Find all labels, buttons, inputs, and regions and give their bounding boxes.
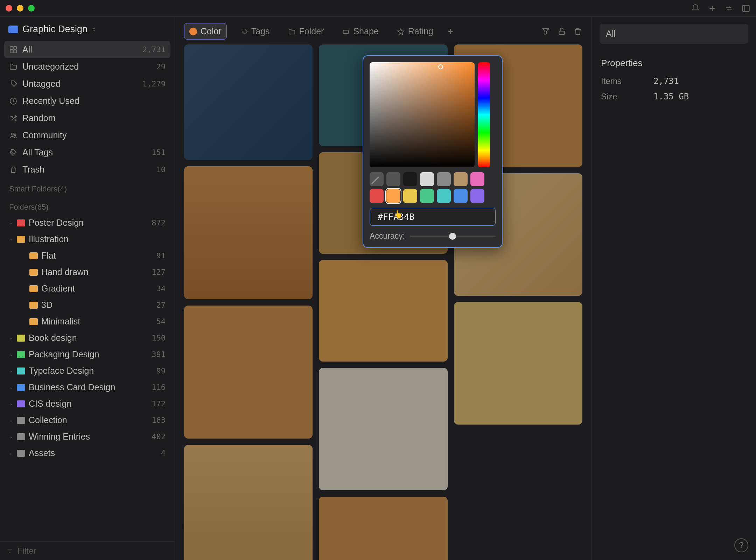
folder-winning-entries[interactable]: Winning Entries402 bbox=[4, 428, 170, 445]
folder-packaging-design[interactable]: Packaging Design391 bbox=[4, 346, 170, 363]
color-swatch[interactable] bbox=[437, 189, 451, 203]
folder-3d[interactable]: 3D27 bbox=[4, 297, 170, 313]
chevron-right-icon[interactable] bbox=[9, 418, 13, 422]
color-swatch[interactable] bbox=[454, 189, 468, 203]
image-thumbnail[interactable] bbox=[319, 497, 447, 560]
image-thumbnail[interactable] bbox=[184, 445, 313, 560]
notifications-icon[interactable] bbox=[691, 4, 700, 13]
image-thumbnail[interactable] bbox=[319, 368, 447, 490]
filter-tab-rating[interactable]: Rating bbox=[392, 23, 438, 39]
folder-assets[interactable]: Assets4 bbox=[4, 445, 170, 461]
color-swatch[interactable] bbox=[370, 172, 384, 186]
color-swatch[interactable] bbox=[420, 189, 434, 203]
image-thumbnail[interactable] bbox=[319, 260, 447, 362]
image-thumbnail[interactable] bbox=[184, 306, 313, 439]
chevron-right-icon[interactable] bbox=[9, 385, 13, 390]
filter-tab-tags[interactable]: Tags bbox=[235, 23, 275, 39]
color-swatch[interactable] bbox=[470, 189, 484, 203]
folder-color-icon bbox=[17, 384, 25, 391]
folder-color-icon bbox=[29, 302, 38, 309]
sidebar-toggle-icon[interactable] bbox=[741, 4, 750, 13]
saturation-cursor[interactable] bbox=[438, 64, 443, 69]
saturation-picker[interactable] bbox=[370, 62, 475, 167]
chevron-down-icon[interactable] bbox=[9, 237, 13, 241]
sidebar: Graphic Design All2,731Uncategorized29Un… bbox=[0, 0, 175, 560]
color-swatch-icon bbox=[189, 28, 197, 35]
save-filter-icon[interactable] bbox=[541, 27, 550, 36]
color-swatch[interactable] bbox=[386, 189, 400, 203]
color-swatch[interactable] bbox=[370, 189, 384, 203]
svg-rect-0 bbox=[742, 5, 749, 11]
folder-label: Hand drawn bbox=[41, 267, 148, 277]
chevron-right-icon[interactable] bbox=[9, 402, 13, 406]
filter-tab-shape[interactable]: Shape bbox=[337, 23, 383, 39]
filter-tab-folder[interactable]: Folder bbox=[283, 23, 329, 39]
hex-input-row bbox=[370, 208, 496, 226]
sidebar-item-community[interactable]: Community bbox=[4, 127, 170, 144]
shape-icon bbox=[342, 28, 350, 35]
sidebar-item-count: 10 bbox=[156, 165, 166, 174]
sidebar-item-label: Trash bbox=[22, 164, 152, 175]
sidebar-item-random[interactable]: Random bbox=[4, 110, 170, 127]
sidebar-item-trash[interactable]: Trash10 bbox=[4, 161, 170, 178]
chevron-right-icon[interactable] bbox=[9, 451, 13, 455]
image-thumbnail[interactable] bbox=[454, 302, 582, 425]
accuracy-slider[interactable] bbox=[410, 236, 496, 237]
minimize-window-button[interactable] bbox=[17, 5, 23, 12]
folder-collection[interactable]: Collection163 bbox=[4, 412, 170, 428]
folder-business-card-design[interactable]: Business Card Design116 bbox=[4, 379, 170, 396]
filter-tab-color[interactable]: Color bbox=[184, 23, 227, 40]
color-swatch[interactable] bbox=[403, 189, 417, 203]
hex-input[interactable] bbox=[378, 212, 489, 222]
sidebar-filter-input[interactable] bbox=[18, 546, 168, 556]
folder-count: 127 bbox=[152, 268, 166, 276]
library-selector[interactable]: Graphic Design bbox=[0, 17, 175, 40]
trash-icon[interactable] bbox=[573, 27, 582, 36]
color-swatch[interactable] bbox=[403, 172, 417, 186]
folder-poster-design[interactable]: Poster Design872 bbox=[4, 215, 170, 231]
image-thumbnail[interactable] bbox=[184, 44, 313, 160]
hue-slider[interactable] bbox=[478, 62, 490, 167]
add-icon[interactable] bbox=[708, 4, 717, 13]
folder-hand-drawn[interactable]: Hand drawn127 bbox=[4, 264, 170, 280]
folder-flat[interactable]: Flat91 bbox=[4, 247, 170, 264]
chevron-right-icon[interactable] bbox=[9, 435, 13, 439]
folders-section[interactable]: Folders(65) bbox=[4, 196, 170, 215]
close-window-button[interactable] bbox=[6, 5, 12, 12]
accuracy-thumb[interactable] bbox=[449, 233, 456, 240]
folder-count: 116 bbox=[152, 383, 166, 392]
sidebar-item-all-tags[interactable]: All Tags151 bbox=[4, 144, 170, 161]
sidebar-filter[interactable] bbox=[0, 541, 175, 560]
folder-label: Book design bbox=[29, 333, 148, 343]
sidebar-item-recently-used[interactable]: Recently Used bbox=[4, 92, 170, 110]
folder-count: 150 bbox=[152, 334, 166, 342]
color-swatch[interactable] bbox=[437, 172, 451, 186]
chevron-right-icon[interactable] bbox=[9, 221, 13, 225]
folder-illustration[interactable]: Illustration bbox=[4, 231, 170, 247]
color-swatch[interactable] bbox=[470, 172, 484, 186]
color-swatch[interactable] bbox=[420, 172, 434, 186]
add-filter-button[interactable] bbox=[447, 28, 454, 35]
image-thumbnail[interactable] bbox=[184, 166, 313, 299]
sidebar-item-uncategorized[interactable]: Uncategorized29 bbox=[4, 58, 170, 75]
properties-filter-dropdown[interactable]: All bbox=[600, 24, 748, 44]
maximize-window-button[interactable] bbox=[28, 5, 35, 12]
folder-gradient[interactable]: Gradient34 bbox=[4, 280, 170, 297]
sync-icon[interactable] bbox=[724, 4, 734, 13]
sidebar-item-all[interactable]: All2,731 bbox=[4, 41, 170, 58]
chevron-right-icon[interactable] bbox=[9, 352, 13, 357]
sidebar-item-label: Community bbox=[22, 130, 161, 140]
folder-minimalist[interactable]: Minimalist54 bbox=[4, 313, 170, 330]
folder-typeface-design[interactable]: Typeface Design99 bbox=[4, 363, 170, 379]
smart-folders-section[interactable]: Smart Folders(4) bbox=[4, 178, 170, 196]
chevron-updown-icon bbox=[92, 27, 97, 32]
color-swatch[interactable] bbox=[386, 172, 400, 186]
sidebar-item-untagged[interactable]: Untagged1,279 bbox=[4, 75, 170, 92]
lock-icon[interactable] bbox=[557, 27, 566, 36]
chevron-right-icon[interactable] bbox=[9, 336, 13, 340]
folder-cis-design[interactable]: CIS design172 bbox=[4, 396, 170, 412]
help-button[interactable]: ? bbox=[734, 538, 748, 552]
color-swatch[interactable] bbox=[454, 172, 468, 186]
chevron-right-icon[interactable] bbox=[9, 369, 13, 373]
folder-book-design[interactable]: Book design150 bbox=[4, 330, 170, 346]
